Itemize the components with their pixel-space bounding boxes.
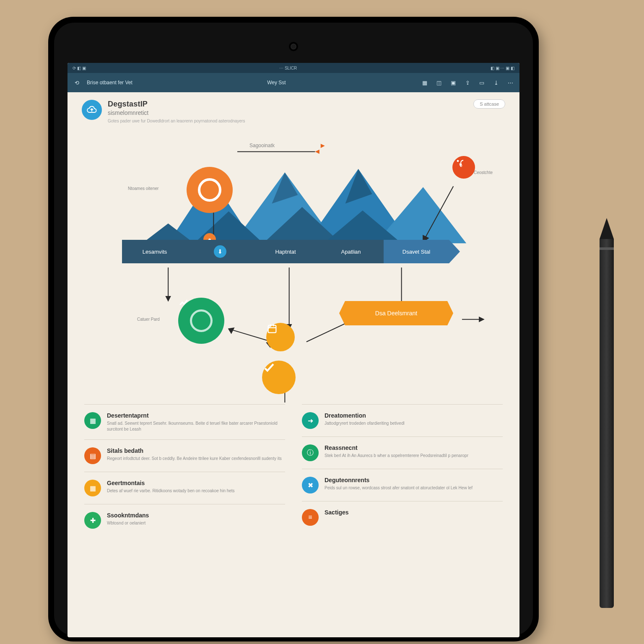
feature-icon: ✚ <box>84 512 101 529</box>
feature-item-left-3[interactable]: ✚SsookntmdansWbtosnd or oelaniert <box>84 504 285 536</box>
feature-icon: ✖ <box>302 477 319 493</box>
layers-icon[interactable]: ▣ <box>449 78 457 87</box>
diagram-bl-label: Catuer Pard <box>137 317 160 322</box>
stage-3[interactable]: Haptntat <box>253 240 318 263</box>
status-center: ⋯ SLICR <box>279 66 297 70</box>
feature-title: Deguteonnrents <box>325 477 473 483</box>
grid-icon[interactable]: ▦ <box>421 78 429 87</box>
node-confirm[interactable] <box>262 361 296 394</box>
feature-title: Sitals bedath <box>107 447 282 454</box>
back-icon[interactable]: ⟲ <box>73 78 81 87</box>
page-desc: Gotes pader uwe fur Dowedldrort an leaor… <box>108 119 245 123</box>
status-right: ◧ ▣ ⋯ ▣ ◧ <box>491 66 514 70</box>
node-check-circle[interactable] <box>178 298 224 344</box>
page-title: DegstastIP <box>108 100 245 109</box>
feature-icon: ▤ <box>84 447 101 464</box>
node-block[interactable]: Dsa Deelsmrant <box>345 301 447 325</box>
stage-4[interactable]: Apatlian <box>318 240 384 263</box>
diagram-top-label: Sagooinatk <box>249 143 275 148</box>
node-calendar[interactable] <box>266 323 295 351</box>
check-icon <box>262 361 276 375</box>
feature-item-left-0[interactable]: ▦DesertentaprntSnatl ad. Seewnt teprert … <box>84 404 285 439</box>
bookmark-icon[interactable]: ▭ <box>478 78 486 87</box>
stage-1-label: Lesamvits <box>143 249 167 255</box>
stage-3-label: Haptntat <box>275 249 296 255</box>
check-trend-icon <box>190 309 213 332</box>
node-block-label: Dsa Deelsmrant <box>375 310 417 317</box>
cloud-upload-icon <box>82 100 102 120</box>
feature-icon: ➜ <box>302 412 319 429</box>
svg-rect-12 <box>268 325 276 333</box>
feature-desc: Wbtosnd or oelaniert <box>107 520 149 526</box>
stage-5[interactable]: Dsavet Stal <box>384 240 449 263</box>
stage-4-label: Apatlian <box>341 249 361 255</box>
feature-desc: Peids sul un rowse, wordcass strost afer… <box>325 485 473 491</box>
page-header: DegstastIP sismelomnretict Gotes pader u… <box>82 100 505 123</box>
stylus-prop <box>600 218 614 629</box>
feature-columns: ▦DesertentaprntSnatl ad. Seewnt teprert … <box>84 404 503 536</box>
camera-icon <box>289 42 298 51</box>
flow-diagram: Sagooinatk ▶ Ntoames oitener Ceostchte C… <box>82 126 505 394</box>
feature-item-right-0[interactable]: ➜DreatomentionJattodgryrert trodeden ofa… <box>302 404 503 436</box>
svg-point-11 <box>457 160 459 162</box>
more-icon[interactable]: ⋯ <box>506 78 514 87</box>
status-left: ⟳ ◧ ▣ <box>73 66 86 70</box>
feature-item-right-1[interactable]: ⓘReassnecntStek berl At ih An Asurecs b … <box>302 436 503 469</box>
feature-desc: Stek berl At ih An Asurecs b wher a sope… <box>325 453 468 459</box>
feature-title: Reassnecnt <box>325 444 468 451</box>
header-button[interactable]: S attcase <box>473 99 505 109</box>
calendar-icon <box>266 323 278 335</box>
stage-1[interactable]: Lesamvits <box>122 240 187 263</box>
node-primary-circle[interactable] <box>187 167 233 213</box>
ring-icon <box>198 178 221 202</box>
download-icon[interactable]: ⤓ <box>492 78 500 87</box>
download-icon: ⬇ <box>214 245 226 258</box>
status-bar: ⟳ ◧ ▣ ⋯ SLICR ◧ ▣ ⋯ ▣ ◧ <box>68 63 519 73</box>
feature-desc: Regeort infodtctut deer. Sot b ceddly. B… <box>107 456 282 462</box>
feature-desc: Snatl ad. Seewnt teprert Sesehr. lkounns… <box>107 421 285 432</box>
feature-icon: ▦ <box>84 480 101 496</box>
tablet-frame: ⟳ ◧ ▣ ⋯ SLICR ◧ ▣ ⋯ ▣ ◧ ⟲ Brise otbaent … <box>48 17 539 641</box>
feature-item-right-2[interactable]: ✖DeguteonnrentsPeids sul un rowse, wordc… <box>302 469 503 501</box>
feature-desc: Detes af wuef rie varbe. Ritidkoons wota… <box>107 488 235 494</box>
refresh-icon[interactable]: ◫ <box>435 78 443 87</box>
feature-icon: ▦ <box>84 412 101 429</box>
stage-5-label: Dsavet Stal <box>402 249 430 255</box>
feature-title: Sactiges <box>325 509 349 516</box>
feature-item-left-1[interactable]: ▤Sitals bedathRegeort infodtctut deer. S… <box>84 439 285 472</box>
feature-title: Dreatomention <box>325 412 405 419</box>
play-icon[interactable]: ▶ <box>321 143 325 148</box>
toolbar-title: Brise otbaent fer Vet <box>87 80 132 86</box>
diagram-right-label: Ceostchte <box>474 170 493 175</box>
feature-icon: ⓘ <box>302 444 319 461</box>
feature-item-left-2[interactable]: ▦GeertmontaisDetes af wuef rie varbe. Ri… <box>84 472 285 504</box>
diagram-left-label: Ntoames oitener <box>128 186 158 191</box>
speech-icon[interactable] <box>452 156 475 179</box>
feature-title: Ssookntmdans <box>107 512 149 519</box>
feature-item-right-3[interactable]: ≡Sactiges <box>302 501 503 533</box>
toolbar-center: Wey Sst <box>267 80 286 86</box>
app-toolbar: ⟲ Brise otbaent fer Vet Wey Sst ▦ ◫ ▣ ⇪ … <box>68 73 519 92</box>
feature-title: Desertentaprnt <box>107 412 285 419</box>
feature-icon: ≡ <box>302 509 319 526</box>
feature-title: Geertmontais <box>107 480 235 486</box>
stage-bar: Lesamvits ⬇ Haptntat Apatlian Dsavet Sta… <box>122 240 449 263</box>
page-subtitle: sismelomnretict <box>108 109 245 116</box>
stage-2[interactable]: ⬇ <box>187 240 253 263</box>
export-icon[interactable]: ⇪ <box>463 78 472 87</box>
feature-desc: Jattodgryrert trodeden ofardieriting bet… <box>325 421 405 426</box>
